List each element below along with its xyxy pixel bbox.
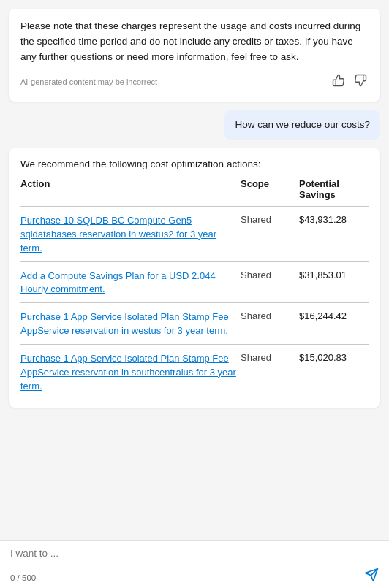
thumbs-down-button[interactable] (352, 72, 369, 91)
action-link-2[interactable]: Purchase 1 App Service Isolated Plan Sta… (20, 310, 241, 338)
table-cell-action: Add a Compute Savings Plan for a USD 2.0… (20, 265, 241, 302)
table-cell-scope: Shared (241, 348, 299, 398)
table-cell-savings: $15,020.83 (299, 348, 369, 398)
action-link-0[interactable]: Purchase 10 SQLDB BC Compute Gen5 sqldat… (20, 214, 241, 256)
table-cell-action: Purchase 1 App Service Isolated Plan Sta… (20, 306, 241, 343)
table-row: Add a Compute Savings Plan for a USD 2.0… (20, 265, 369, 302)
table-row: Purchase 10 SQLDB BC Compute Gen5 sqldat… (20, 210, 369, 260)
col-action: Action (20, 178, 241, 205)
col-savings: PotentialSavings (299, 178, 369, 205)
cost-table: Action Scope PotentialSavings Purchase 1… (20, 178, 369, 397)
input-area: 0 / 500 (0, 540, 389, 588)
table-cell-action: Purchase 1 App Service Isolated Plan Sta… (20, 348, 241, 398)
action-link-3[interactable]: Purchase 1 App Service Isolated Plan Sta… (20, 352, 241, 394)
row-divider (20, 260, 369, 265)
user-message-wrapper: How can we reduce our costs? (9, 110, 380, 140)
ai-disclaimer-label: AI-generated content may be incorrect (20, 77, 157, 86)
header-divider-row (20, 205, 369, 210)
chat-input[interactable] (10, 548, 379, 559)
table-cell-savings: $31,853.01 (299, 265, 369, 302)
table-cell-scope: Shared (241, 265, 299, 302)
table-cell-scope: Shared (241, 306, 299, 343)
table-cell-savings: $16,244.42 (299, 306, 369, 343)
table-cell-action: Purchase 10 SQLDB BC Compute Gen5 sqldat… (20, 210, 241, 260)
table-intro-text: We recommend the following cost optimiza… (20, 159, 369, 169)
assistant-message-text: Please note that these charges represent… (20, 19, 369, 65)
table-cell-savings: $43,931.28 (299, 210, 369, 260)
row-divider (20, 301, 369, 306)
table-cell-scope: Shared (241, 210, 299, 260)
input-footer-row: 0 / 500 (10, 568, 379, 582)
char-count: 0 / 500 (10, 573, 36, 582)
table-row: Purchase 1 App Service Isolated Plan Sta… (20, 306, 369, 343)
table-header-row: Action Scope PotentialSavings (20, 178, 369, 205)
feedback-icons (331, 72, 369, 91)
col-scope: Scope (241, 178, 299, 205)
user-message: How can we reduce our costs? (224, 110, 380, 140)
send-button[interactable] (364, 568, 379, 582)
action-link-1[interactable]: Add a Compute Savings Plan for a USD 2.0… (20, 270, 241, 297)
table-row: Purchase 1 App Service Isolated Plan Sta… (20, 348, 369, 398)
chat-container[interactable]: Please note that these charges represent… (0, 0, 389, 531)
assistant-message-1: Please note that these charges represent… (9, 9, 380, 102)
ai-disclaimer-row: AI-generated content may be incorrect (20, 72, 369, 91)
cost-table-bubble: We recommend the following cost optimiza… (9, 148, 380, 408)
row-divider (20, 343, 369, 348)
thumbs-up-button[interactable] (331, 72, 347, 91)
